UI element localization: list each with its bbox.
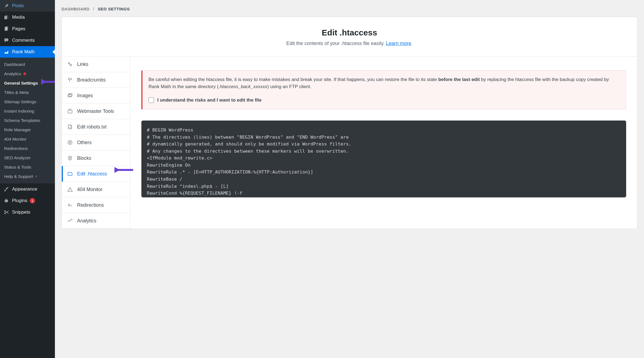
- tab-redirections[interactable]: Redirections: [62, 197, 130, 213]
- main-content: DASHBOARD / SEO SETTINGS Edit .htaccess …: [55, 0, 644, 358]
- svg-rect-8: [69, 94, 72, 96]
- tab-robots[interactable]: Edit robots.txt: [62, 119, 130, 135]
- svg-rect-10: [68, 110, 72, 113]
- htaccess-editor[interactable]: # BEGIN WordPress # The directives (line…: [141, 121, 626, 197]
- sidebar-label: Snippets: [12, 209, 30, 215]
- filecode-icon: [67, 124, 73, 130]
- sidebar-item-pages[interactable]: Pages: [0, 23, 55, 35]
- sidebar-label: Comments: [12, 38, 35, 43]
- pin-icon: [3, 3, 9, 9]
- images-icon: [67, 92, 73, 99]
- tab-others[interactable]: Others: [62, 135, 130, 150]
- breadcrumb: DASHBOARD / SEO SETTINGS: [61, 0, 637, 17]
- sidebar-label: Pages: [12, 26, 25, 32]
- folder-icon: [67, 170, 73, 177]
- sidebar-item-comments[interactable]: Comments: [0, 35, 55, 46]
- sign-icon: [67, 77, 73, 83]
- page-title: Edit .htaccess: [73, 28, 626, 37]
- tab-webmaster[interactable]: Webmaster Tools: [62, 104, 130, 119]
- update-badge: 1: [30, 198, 35, 203]
- tab-htaccess[interactable]: Edit .htaccess: [62, 166, 130, 182]
- submenu-seo-analyzer[interactable]: SEO Analyzer: [0, 153, 55, 163]
- settings-tab-list: Links Breadcrumbs Images Webmaster Tools…: [62, 57, 130, 229]
- tab-links[interactable]: Links: [62, 57, 130, 72]
- analytics-icon: [67, 217, 73, 224]
- sidebar-label: Posts: [12, 3, 24, 9]
- tab-breadcrumbs[interactable]: Breadcrumbs: [62, 72, 130, 88]
- submenu-titles-meta[interactable]: Titles & Meta: [0, 88, 55, 97]
- submenu-role-manager[interactable]: Role Manager: [0, 125, 55, 135]
- svg-rect-0: [4, 16, 7, 19]
- learn-more-link[interactable]: Learn more: [386, 41, 411, 46]
- page-subtitle: Edit the contents of your .htaccess file…: [73, 41, 626, 46]
- link-icon: [67, 61, 73, 68]
- sidebar-label: Plugins: [12, 198, 27, 203]
- tab-content: Be careful when editing the htaccess fil…: [130, 57, 637, 229]
- list-icon: [67, 139, 73, 146]
- briefcase-icon: [67, 108, 73, 114]
- sidebar-item-posts[interactable]: Posts: [0, 0, 55, 12]
- sidebar-item-appearance[interactable]: Appearance: [0, 183, 55, 195]
- tab-404[interactable]: 404 Monitor: [62, 182, 130, 197]
- tab-analytics[interactable]: Analytics: [62, 213, 130, 229]
- blocks-icon: [67, 155, 73, 161]
- sidebar-item-snippets[interactable]: Snippets: [0, 206, 55, 218]
- submenu-dashboard[interactable]: Dashboard: [0, 60, 55, 69]
- breadcrumb-current: SEO SETTINGS: [98, 7, 130, 11]
- comment-icon: [3, 37, 9, 43]
- external-link-icon: ↗: [35, 175, 37, 178]
- submenu-help-support[interactable]: Help & Support↗: [0, 172, 55, 181]
- submenu-sitemap[interactable]: Sitemap Settings: [0, 97, 55, 107]
- media-icon: [3, 14, 9, 20]
- breadcrumb-root[interactable]: DASHBOARD: [61, 7, 89, 11]
- submenu-general-settings[interactable]: General Settings: [0, 79, 55, 88]
- sidebar-label: Appearance: [12, 186, 37, 192]
- pages-icon: [3, 26, 9, 32]
- admin-sidebar: Posts Media Pages Comments Rank Math Das…: [0, 0, 55, 358]
- breadcrumb-separator: /: [93, 7, 94, 11]
- warning-notice: Be careful when editing the htaccess fil…: [141, 70, 626, 110]
- tab-images[interactable]: Images: [62, 88, 130, 104]
- sidebar-label: Rank Math: [12, 49, 35, 55]
- scissors-icon: [3, 209, 9, 215]
- notification-dot-icon: [23, 72, 26, 75]
- submenu-schema[interactable]: Schema Templates: [0, 116, 55, 125]
- svg-point-9: [69, 94, 70, 95]
- risk-acknowledge-label[interactable]: I understand the risks and I want to edi…: [157, 97, 262, 104]
- panel-body: Links Breadcrumbs Images Webmaster Tools…: [62, 57, 637, 229]
- risk-acknowledge-checkbox[interactable]: [149, 97, 154, 103]
- panel-header: Edit .htaccess Edit the contents of your…: [62, 17, 637, 57]
- submenu-instant-indexing[interactable]: Instant Indexing: [0, 107, 55, 116]
- svg-rect-2: [5, 26, 8, 30]
- sidebar-submenu: Dashboard Analytics General Settings Tit…: [0, 58, 55, 183]
- brush-icon: [3, 186, 9, 192]
- plug-icon: [3, 198, 9, 204]
- submenu-status-tools[interactable]: Status & Tools: [0, 163, 55, 172]
- sidebar-item-plugins[interactable]: Plugins 1: [0, 195, 55, 206]
- submenu-404-monitor[interactable]: 404 Monitor: [0, 135, 55, 144]
- sidebar-label: Media: [12, 15, 25, 20]
- chart-icon: [3, 49, 9, 55]
- warning-icon: [67, 186, 73, 193]
- redirect-icon: [67, 202, 73, 208]
- submenu-analytics[interactable]: Analytics: [0, 69, 55, 79]
- sidebar-item-media[interactable]: Media: [0, 12, 55, 23]
- settings-panel: Edit .htaccess Edit the contents of your…: [61, 17, 637, 229]
- sidebar-item-rankmath[interactable]: Rank Math: [0, 46, 55, 58]
- tab-blocks[interactable]: Blocks: [62, 150, 130, 166]
- submenu-redirections[interactable]: Redirections: [0, 144, 55, 153]
